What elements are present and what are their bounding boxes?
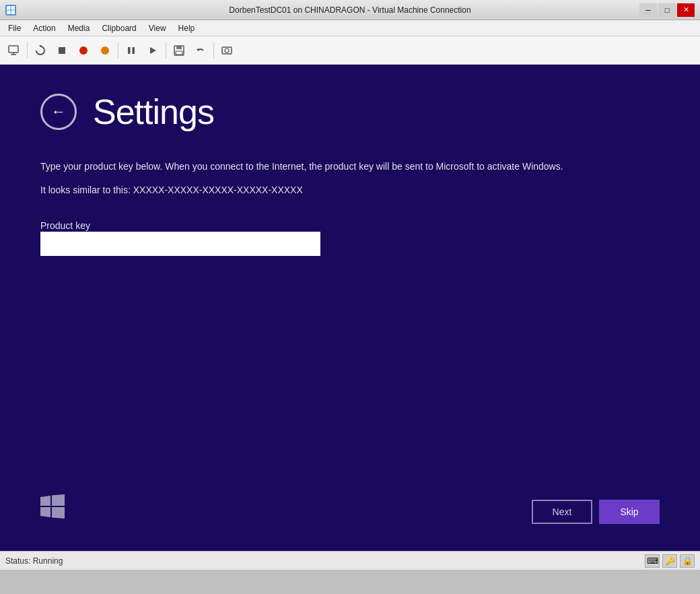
- settings-container: ← Settings Type your product key below. …: [0, 65, 700, 283]
- menu-help[interactable]: Help: [173, 22, 201, 34]
- svg-rect-16: [176, 51, 182, 55]
- svg-rect-3: [11, 10, 15, 14]
- product-key-input[interactable]: [40, 232, 320, 256]
- settings-description-1: Type your product key below. When you co…: [40, 159, 579, 174]
- toolbar: [0, 36, 700, 65]
- svg-point-9: [79, 46, 88, 55]
- windows-logo: [40, 494, 65, 519]
- toolbar-pause[interactable]: [121, 40, 141, 61]
- toolbar-stop[interactable]: [52, 40, 72, 61]
- menu-bar: File Action Media Clipboard View Help: [0, 20, 700, 36]
- lock-icon: 🔒: [680, 554, 695, 568]
- toolbar-save[interactable]: [169, 40, 189, 61]
- svg-marker-22: [40, 507, 50, 517]
- window-controls: ─ □ ✕: [639, 3, 695, 17]
- status-icons: ⌨ 🔑 🔒: [645, 554, 695, 568]
- app-icon: [5, 5, 16, 15]
- restore-button[interactable]: □: [658, 3, 676, 17]
- svg-marker-21: [52, 494, 65, 506]
- next-button[interactable]: Next: [532, 500, 592, 524]
- svg-rect-0: [7, 6, 11, 10]
- svg-rect-12: [133, 47, 135, 54]
- product-key-section: Product key: [40, 220, 660, 256]
- svg-marker-23: [52, 507, 65, 519]
- svg-marker-13: [150, 47, 156, 54]
- svg-rect-1: [11, 6, 15, 10]
- menu-action[interactable]: Action: [28, 22, 61, 34]
- minimize-button[interactable]: ─: [639, 3, 657, 17]
- toolbar-red-stop[interactable]: [73, 40, 94, 61]
- menu-media[interactable]: Media: [63, 22, 96, 34]
- vm-content: ← Settings Type your product key below. …: [0, 65, 700, 551]
- toolbar-restart[interactable]: [30, 40, 50, 61]
- keyboard-icon[interactable]: ⌨: [645, 554, 660, 568]
- usb-icon: 🔑: [662, 554, 677, 568]
- toolbar-vm-icon[interactable]: [4, 40, 24, 61]
- svg-point-10: [101, 46, 109, 55]
- toolbar-sep-4: [213, 42, 214, 59]
- product-key-label: Product key: [40, 220, 90, 231]
- menu-file[interactable]: File: [3, 22, 26, 34]
- menu-clipboard[interactable]: Clipboard: [96, 22, 141, 34]
- settings-header: ← Settings: [40, 92, 660, 132]
- bottom-buttons: Next Skip: [532, 500, 660, 524]
- toolbar-orange[interactable]: [95, 40, 115, 61]
- svg-marker-20: [40, 496, 50, 506]
- status-bar: Status: Running ⌨ 🔑 🔒: [0, 551, 700, 570]
- svg-rect-15: [176, 46, 182, 49]
- svg-marker-17: [197, 48, 199, 51]
- settings-title: Settings: [93, 92, 214, 132]
- status-text: Status: Running: [5, 556, 63, 566]
- svg-rect-8: [59, 47, 65, 54]
- svg-point-19: [225, 48, 229, 53]
- title-bar: DorbenTestDC01 on CHINADRAGON - Virtual …: [0, 0, 700, 20]
- window-title: DorbenTestDC01 on CHINADRAGON - Virtual …: [229, 5, 470, 15]
- svg-rect-4: [9, 46, 18, 53]
- back-button[interactable]: ←: [40, 94, 77, 130]
- toolbar-sep-3: [166, 42, 166, 59]
- menu-view[interactable]: View: [143, 22, 172, 34]
- svg-rect-2: [7, 10, 11, 14]
- toolbar-screenshot[interactable]: [217, 40, 237, 61]
- toolbar-play[interactable]: [143, 40, 163, 61]
- toolbar-undo[interactable]: [190, 40, 211, 61]
- toolbar-sep-2: [118, 42, 118, 59]
- svg-rect-11: [128, 47, 131, 54]
- skip-button[interactable]: Skip: [599, 500, 660, 524]
- close-button[interactable]: ✕: [677, 3, 695, 17]
- toolbar-sep-1: [27, 42, 28, 59]
- settings-description-2: It looks similar to this: XXXXX-XXXXX-XX…: [40, 185, 660, 195]
